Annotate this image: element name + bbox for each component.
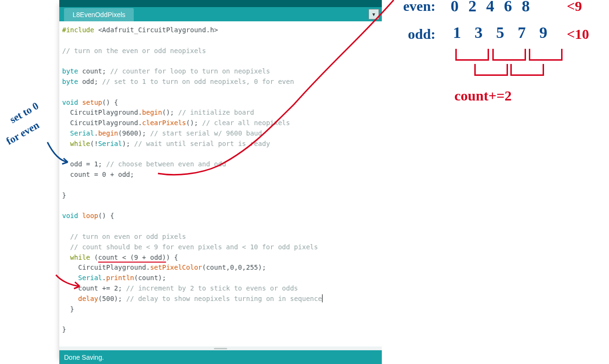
tab-menu-button[interactable]: ▼ xyxy=(369,9,379,19)
sketch-tab-label: L8EvenOddPixels xyxy=(73,11,125,18)
annotation-bracket xyxy=(492,49,526,61)
annotation-bracket xyxy=(455,49,489,61)
editor-resize-handle[interactable] xyxy=(59,346,382,350)
chevron-down-icon: ▼ xyxy=(371,12,376,17)
annotation-bracket xyxy=(510,64,544,76)
status-text: Done Saving. xyxy=(64,354,104,361)
code-editor[interactable]: #include <Adafruit_CircuitPlayground.h> … xyxy=(59,21,382,346)
annotation-even-limit: <9 xyxy=(567,0,582,14)
annotation-odd-limit: <10 xyxy=(567,26,589,42)
annotation-count-plus: count+=2 xyxy=(454,88,512,104)
annotation-even-label: even: xyxy=(403,0,435,14)
annotation-bracket xyxy=(474,64,508,76)
tab-bar: L8EvenOddPixels ▼ xyxy=(59,7,382,21)
arduino-ide-window: L8EvenOddPixels ▼ #include <Adafruit_Cir… xyxy=(59,0,382,364)
annotation-setto0: set to 0 xyxy=(8,100,41,126)
annotation-even-nums: 0 2 4 6 8 xyxy=(451,0,533,15)
toolbar-placeholder xyxy=(59,0,382,7)
annotation-foreven: for even xyxy=(4,119,42,148)
annotation-odd-nums: 1 3 5 7 9 xyxy=(453,24,552,42)
annotation-odd-label: odd: xyxy=(408,26,435,42)
status-bar: Done Saving. xyxy=(59,350,382,364)
annotation-bracket xyxy=(529,49,563,61)
code-content: #include <Adafruit_CircuitPlayground.h> … xyxy=(62,25,379,335)
sketch-tab[interactable]: L8EvenOddPixels xyxy=(64,8,134,21)
